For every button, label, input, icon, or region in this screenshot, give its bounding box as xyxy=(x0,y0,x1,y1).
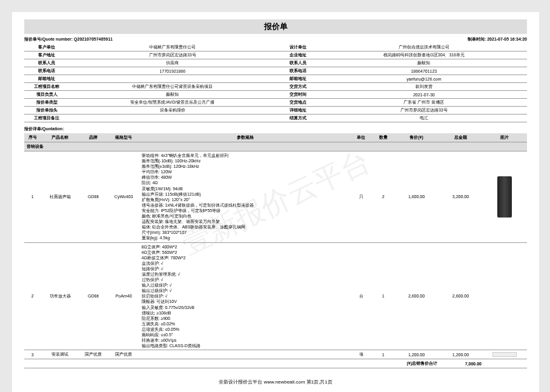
meta-row: 报价单号/Quote number: Q202107057405911 制单时间… xyxy=(24,36,527,42)
total-label: (¥)总销售价合计 xyxy=(24,359,439,368)
cell-seq: 1 xyxy=(24,151,41,243)
header-label: 企业地址 xyxy=(276,51,321,59)
header-value: 17701921866 xyxy=(70,67,276,75)
cell-unit: 只 xyxy=(350,151,372,243)
col-qty: 数量 xyxy=(373,133,394,142)
cell-model: PoAm40 xyxy=(107,242,141,350)
header-row: 工程项目名称中储粮广东有限责任公司背景设备采购项目交货方式款到发货 xyxy=(24,83,527,91)
col-model: 规格型号 xyxy=(107,133,141,142)
cell-price: 1,600.00 xyxy=(394,151,439,243)
quote-number: Q202107057405911 xyxy=(74,37,113,41)
header-row: 报价单类型安全单位/智慧系统/AVD/背景音乐及公共广播交货地点广东省 广州市 … xyxy=(24,99,527,107)
cell-img xyxy=(483,350,527,359)
col-seq: 序号 xyxy=(24,133,41,142)
header-value: 2021-07-30 xyxy=(321,91,527,99)
header-value: 广州市萝岗区宏达路33号 xyxy=(70,51,276,59)
header-row: 客户单位中储粮广东有限责任公司设计单位广州创点信息技术有限公司 xyxy=(24,44,527,51)
header-value: 广东省 广州市 黄埔区 xyxy=(321,99,527,107)
created-label: 制单时间: xyxy=(468,37,486,41)
header-table: 客户单位中储粮广东有限责任公司设计单位广州创点信息技术有限公司客户地址广州市萝岗… xyxy=(24,44,527,122)
header-label: 邮箱地址 xyxy=(24,75,70,83)
header-value: 18664701123 xyxy=(321,67,527,75)
header-label: 联系人员 xyxy=(24,59,70,67)
header-row: 工程项目备注结算方式电汇 xyxy=(24,115,527,122)
header-label: 项目负责人 xyxy=(24,91,70,99)
header-label: 报价单抬头 xyxy=(24,107,70,115)
col-brand: 品牌 xyxy=(79,133,107,142)
header-label: 设计单位 xyxy=(276,44,321,51)
total-row: (¥)总销售价合计7,000.00 xyxy=(24,359,527,368)
header-value: 模岗路80号科技创新基地G区304、316单元 xyxy=(321,51,527,59)
header-value: 广州创点信息技术有限公司 xyxy=(321,44,527,51)
cell-img xyxy=(483,151,527,243)
cell-price: 1,200.00 xyxy=(394,350,439,359)
header-label: 工程项目备注 xyxy=(24,115,70,122)
header-label: 联系人员 xyxy=(276,59,321,67)
item-row: 2功率放大器GD8itPoAm408Ω立体声: 400W*24Ω立体声: 560… xyxy=(24,242,527,350)
col-img: 图片 xyxy=(483,133,527,142)
col-unit: 单位 xyxy=(350,133,372,142)
cell-params: 驱动组件: 4x3"喇叭全音频单元，单元直射排列频率范围(-10dB): 100… xyxy=(141,151,351,243)
header-value: 供应商 xyxy=(70,59,276,67)
cell-model: 国产优质 xyxy=(107,350,141,359)
cell-params: 8Ω立体声: 400W*24Ω立体声: 560W*24Ω桥接立体声: 700W*… xyxy=(141,242,351,350)
header-value: 颜毅知 xyxy=(321,59,527,67)
category-label: 音响设备 xyxy=(24,142,527,151)
header-label: 工程项目名称 xyxy=(24,83,70,91)
created-time: 2021-07-05 16:34:20 xyxy=(487,37,527,41)
items-table: 序号 产品名称 品牌 规格型号 参数规格 单位 数量 售价(¥) 总金额 图片 … xyxy=(24,133,527,368)
header-label: 交货地点 xyxy=(276,99,321,107)
page-footer: 壹新设计报价云平台 www.newbeall.com 第1页,共1页 xyxy=(12,379,539,385)
col-amount: 总金额 xyxy=(439,133,483,142)
header-row: 邮箱地址邮箱地址yanfuru@126.com xyxy=(24,75,527,83)
product-image xyxy=(492,352,517,357)
page-title: 报价单 xyxy=(24,19,527,34)
cell-seq: 2 xyxy=(24,242,41,350)
cell-brand: GD8it xyxy=(79,242,107,350)
cell-name: 安装调试 xyxy=(41,350,79,359)
header-label: 客户单位 xyxy=(24,44,70,51)
cell-unit: 台 xyxy=(350,242,372,350)
header-value: 广州市萝岗区宏达路33号 xyxy=(321,107,527,115)
header-label: 客户地址 xyxy=(24,51,70,59)
header-label: 邮箱地址 xyxy=(276,75,321,83)
col-name: 产品名称 xyxy=(41,133,79,142)
header-row: 报价单抬头设备采购报价详细地址广州市萝岗区宏达路33号 xyxy=(24,107,527,115)
header-value: 中储粮广东有限责任公司背景设备采购项目 xyxy=(70,83,276,91)
quotation-page: 壹新报价云平台 报价单 报价单号/Quote number: Q20210705… xyxy=(12,12,539,392)
header-row: 联系人员供应商联系人员颜毅知 xyxy=(24,59,527,67)
col-params: 参数规格 xyxy=(141,133,351,142)
cell-model: CyWo403 xyxy=(107,151,141,243)
cell-unit: 项 xyxy=(350,350,372,359)
header-value xyxy=(70,115,276,122)
cell-price: 2,600.00 xyxy=(394,242,439,350)
product-image xyxy=(497,176,512,218)
cell-name: 柱面扬声箱 xyxy=(41,151,79,243)
header-label: 交货方式 xyxy=(276,83,321,91)
detail-title: 报价详单/Quotation: xyxy=(24,126,527,132)
category-row: 音响设备 xyxy=(24,142,527,151)
item-row: 3安装调试国产优质国产优质项11,200.001,200.00 xyxy=(24,350,527,359)
header-row: 客户地址广州市萝岗区宏达路33号企业地址模岗路80号科技创新基地G区304、31… xyxy=(24,51,527,59)
cell-amount: 3,200.00 xyxy=(439,151,483,243)
cell-amount: 2,600.00 xyxy=(439,242,483,350)
cell-amount: 1,200.00 xyxy=(439,350,483,359)
header-value: yanfuru@126.com xyxy=(321,75,527,83)
header-value: 安全单位/智慧系统/AVD/背景音乐及公共广播 xyxy=(70,99,276,107)
total-value: 7,000.00 xyxy=(439,359,483,368)
header-label: 联系电话 xyxy=(276,67,321,75)
col-price: 售价(¥) xyxy=(394,133,439,142)
cell-qty: 2 xyxy=(373,151,394,243)
header-label: 结算方式 xyxy=(276,115,321,122)
header-row: 项目负责人颜毅知交货时间2021-07-30 xyxy=(24,91,527,99)
cell-brand: 国产优质 xyxy=(79,350,107,359)
cell-seq: 3 xyxy=(24,350,41,359)
cell-qty: 1 xyxy=(373,350,394,359)
cell-name: 功率放大器 xyxy=(41,242,79,350)
header-value: 中储粮广东有限责任公司 xyxy=(70,44,276,51)
header-value: 款到发货 xyxy=(321,83,527,91)
header-value xyxy=(70,75,276,83)
header-label: 交货时间 xyxy=(276,91,321,99)
header-row: 联系电话17701921866联系电话18664701123 xyxy=(24,67,527,75)
cell-qty: 1 xyxy=(373,242,394,350)
